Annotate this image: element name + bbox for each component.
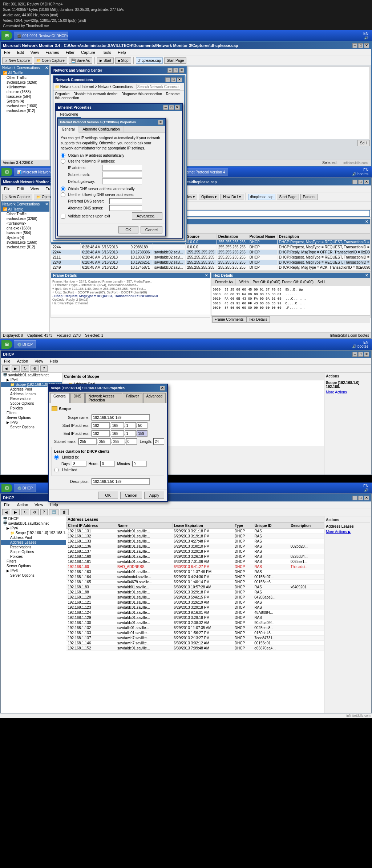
unlimited-radio[interactable] <box>54 468 59 472</box>
tree-dns-2[interactable]: dns.exe (1688) <box>1 226 49 231</box>
length-input[interactable] <box>153 438 164 445</box>
menu-edit-2[interactable]: Edit <box>16 186 25 191</box>
menu-frames-1[interactable]: Frames <box>44 50 60 55</box>
dns-manual-radio[interactable] <box>61 192 65 197</box>
max-3[interactable]: □ <box>358 352 363 357</box>
delete-btn-4[interactable]: 🗑 <box>60 509 69 515</box>
ipv4-close[interactable]: ✕ <box>158 120 163 125</box>
menu-filter-1[interactable]: Filter <box>65 50 76 55</box>
start-button-1[interactable]: ⊞ <box>1 31 12 40</box>
menu-capture-1[interactable]: Capture <box>80 50 96 55</box>
validate-check[interactable] <box>61 214 65 219</box>
close-btn-2[interactable]: ✕ <box>364 180 369 184</box>
stop-btn-1[interactable]: ■ Stop <box>115 57 131 64</box>
list-item[interactable]: 192.168.1.137 savdawin7.savillte... 6/29… <box>66 636 324 641</box>
scope-close[interactable]: ✕ <box>160 386 165 391</box>
ep-tab-networking[interactable]: Networking <box>57 112 81 118</box>
col-expiry[interactable]: Lease Expiration <box>172 523 233 529</box>
taskbar-dhcp-3[interactable]: ⚙️ DHCP <box>14 340 36 348</box>
gateway-input[interactable] <box>102 179 142 184</box>
tab-dhcplease-2[interactable]: dhcplease.cap <box>248 194 275 200</box>
dhcp-ipv4-3[interactable]: ▶ IPv4 <box>1 377 62 382</box>
taskbar-btn-review[interactable]: 🎬 001 0201 Review Of DHCP.mp4 <box>14 32 68 40</box>
help-btn-4[interactable]: ? <box>40 509 48 515</box>
dhcp-serveropts-v6-4[interactable]: Server Options <box>1 573 66 578</box>
end-ip-3[interactable] <box>125 430 136 437</box>
end-ip-2[interactable] <box>111 430 124 437</box>
tree-system4-2[interactable]: System (4) <box>1 235 49 240</box>
col-uid[interactable]: Unique ID <box>253 523 289 529</box>
tree-svchost2-1[interactable]: svchost.exe (1660) <box>1 104 49 108</box>
menu-help-4[interactable]: Help <box>49 502 59 507</box>
min-4[interactable]: ─ <box>352 496 357 500</box>
dns2-input[interactable] <box>109 205 142 211</box>
start-ip-2[interactable] <box>111 422 124 429</box>
props-btn-3[interactable]: ⚙ <box>31 365 39 372</box>
options-btn[interactable]: Options ▾ <box>199 194 219 200</box>
frame-comments-tab[interactable]: Frame Comments <box>212 316 246 323</box>
menu-help-3[interactable]: Help <box>49 359 59 364</box>
sel-i-hex[interactable]: Sel I <box>315 279 327 285</box>
subnet-4[interactable] <box>126 438 137 445</box>
start-button-2[interactable]: ⊞ <box>1 168 12 176</box>
sel-i-btn[interactable]: Sel I <box>357 140 370 146</box>
hex-details-tab[interactable]: Hex Details <box>246 316 270 323</box>
taskbar-dhcp-4[interactable]: ⚙️ DHCP <box>14 484 36 492</box>
tree-svchost2-2[interactable]: svchost.exe (1660) <box>1 240 49 245</box>
list-item[interactable]: 192.168.1.123 savdaldc01.saville... 6/29… <box>66 605 324 610</box>
scope-apply-btn[interactable]: Apply <box>144 492 164 499</box>
menu-tools-1[interactable]: Tools <box>101 50 112 55</box>
scope-tab-general[interactable]: General <box>50 393 70 403</box>
close-frame-summary[interactable]: ✕ <box>365 220 368 224</box>
dhcp-reserv-4[interactable]: Reservations <box>1 545 66 549</box>
maximize-btn-1[interactable]: □ <box>358 43 363 48</box>
dhcp-serveropts-4[interactable]: Server Options <box>1 564 66 568</box>
ep-close[interactable]: ✕ <box>175 105 180 110</box>
min-3[interactable]: ─ <box>352 352 357 357</box>
tree-svchost1-1[interactable]: svchost.exe (3268) <box>1 80 49 85</box>
scope-cancel-btn[interactable]: Cancel <box>120 492 142 499</box>
menu-view-1[interactable]: View <box>29 50 40 55</box>
list-item[interactable]: 192.168.1.88 savdaldc01.saville... 6/29/… <box>66 590 324 595</box>
maximize-btn-2[interactable]: □ <box>358 180 363 184</box>
nc-close[interactable]: ✕ <box>177 77 182 82</box>
scope-name-input[interactable] <box>92 414 150 421</box>
menu-view-2[interactable]: View <box>29 186 40 191</box>
col-type[interactable]: Type <box>233 523 253 529</box>
tab-dhcplease[interactable]: dhcplease.cap <box>136 57 163 64</box>
new-capture-btn-1[interactable]: ▷ New Capture <box>2 57 32 64</box>
dhcp-ipv6-4[interactable]: ▶ IPv6 <box>1 568 66 573</box>
list-item[interactable]: 192.168.1.161 savdaldc01.saville... 6/30… <box>66 559 324 564</box>
tree-other-1[interactable]: Other Traffic <box>1 75 49 80</box>
list-item[interactable]: 192.168.1.136 savdaldc01.saville... 6/29… <box>66 544 324 549</box>
limited-radio[interactable] <box>54 455 59 460</box>
nc-min[interactable]: ─ <box>165 77 170 82</box>
dhcp-filters-4[interactable]: Filters <box>1 559 66 564</box>
new-btn-4[interactable]: 🆕 <box>49 509 58 515</box>
list-item[interactable]: 192.168.1.130 savdaldc01.saville... 6/29… <box>66 620 324 625</box>
tree-lsass-1[interactable]: lsass.exe (564) <box>1 94 49 99</box>
start-button-3[interactable]: ⊞ <box>1 340 12 349</box>
minimize-btn-2[interactable]: ─ <box>352 180 357 184</box>
start-ip-3[interactable] <box>125 422 136 429</box>
table-row[interactable]: 2248 6:28:48 AM 6/16/2013 10.1926251 sav… <box>51 260 370 265</box>
tab-start-page-1[interactable]: Start Page <box>164 57 186 64</box>
scope-tab-dns[interactable]: DNS <box>70 393 85 403</box>
tree-unknown-2[interactable]: <Unknown> <box>1 221 49 226</box>
ipv4-manual-radio[interactable] <box>61 159 65 164</box>
tree-lsass-2[interactable]: lsass.exe (564) <box>1 231 49 235</box>
ip-input[interactable] <box>102 165 142 171</box>
hours-input[interactable] <box>100 461 115 467</box>
width-btn[interactable]: Width <box>237 279 251 285</box>
menu-file-3[interactable]: File <box>3 359 12 364</box>
tree-svchost1-2[interactable]: svchost.exe (3268) <box>1 216 49 221</box>
new-capture-btn-2[interactable]: ▷ New Capture <box>2 194 32 200</box>
table-row[interactable]: 2249 6:28:48 AM 6/16/2013 10.1745871 sav… <box>51 265 370 270</box>
dns-auto-radio[interactable] <box>61 187 65 191</box>
list-item[interactable]: 192.168.1.163 savdaldc01.saville... 6/29… <box>66 569 324 575</box>
help-btn-3[interactable]: ? <box>40 365 48 372</box>
close-3[interactable]: ✕ <box>364 352 369 357</box>
tree-all-traffic-1[interactable]: 📶 All Traffic <box>1 71 49 75</box>
table-row[interactable]: 2244 6:28:48 AM 6/16/2013 9.2988189 0.0.… <box>51 245 370 250</box>
list-item[interactable]: 192.168.1.137 savdaldc01.saville... 6/29… <box>66 549 324 554</box>
